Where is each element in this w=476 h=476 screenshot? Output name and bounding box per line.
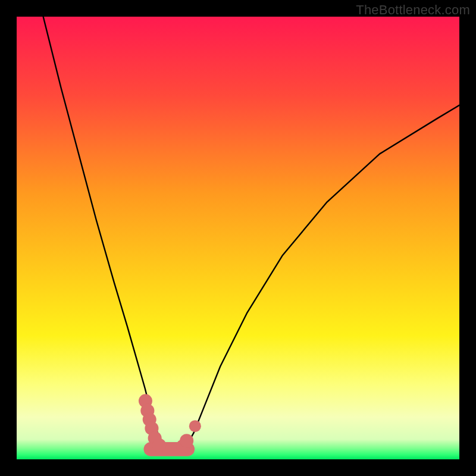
chart-frame: TheBottleneck.com bbox=[0, 0, 476, 476]
plot-area bbox=[17, 17, 459, 459]
highlight-dot bbox=[152, 439, 166, 452]
chart-svg bbox=[17, 17, 459, 459]
highlight-dot bbox=[180, 434, 193, 447]
gradient-background bbox=[17, 17, 459, 459]
watermark-text: TheBottleneck.com bbox=[356, 2, 470, 18]
highlight-dot bbox=[189, 420, 201, 432]
